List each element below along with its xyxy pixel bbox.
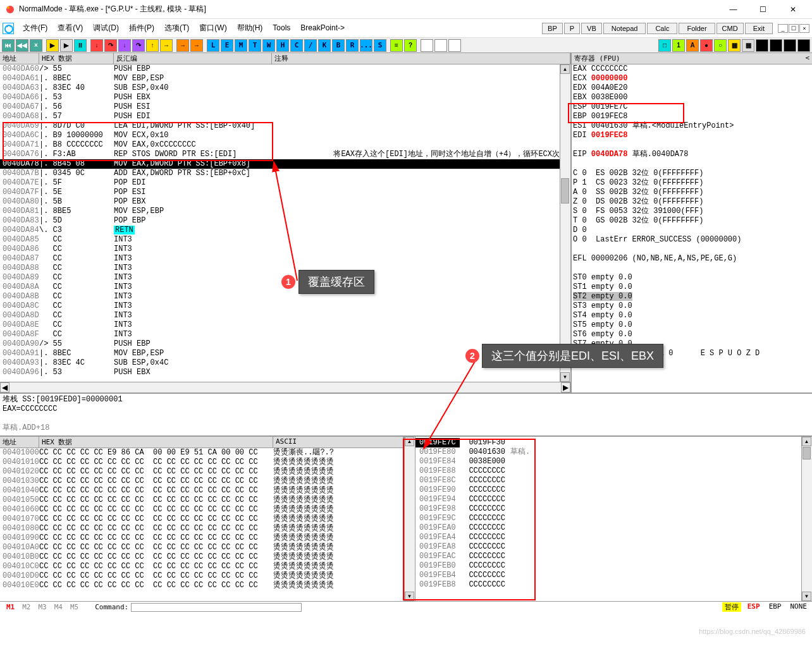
- menu-插件(P)[interactable]: 插件(P): [124, 21, 159, 34]
- tool-r3[interactable]: A: [686, 39, 699, 52]
- mdi-close[interactable]: ×: [799, 24, 809, 33]
- tool-opt1[interactable]: ≡: [390, 39, 403, 52]
- stack-row[interactable]: 0019FE7C 0019FF30: [415, 438, 801, 447]
- mdi-max[interactable]: ☐: [789, 24, 799, 33]
- reg-row[interactable]: ST6 empty 0.0: [573, 330, 811, 339]
- status-M3[interactable]: M3: [35, 603, 51, 611]
- btn-VB[interactable]: VB: [581, 23, 602, 34]
- btn-Folder[interactable]: Folder: [679, 23, 715, 34]
- reg-row[interactable]: [573, 140, 811, 150]
- dump-row[interactable]: 00401080CC CC CC CC CC CC CC CC CC CC CC…: [0, 524, 403, 533]
- menu-文件(F)[interactable]: 文件(F): [18, 21, 52, 34]
- stack-row[interactable]: 0019FE90 CCCCCCCC: [415, 485, 801, 495]
- tool-rewind[interactable]: ⏮: [2, 39, 15, 52]
- reg-row[interactable]: ST1 empty 0.0: [573, 283, 811, 292]
- btn-CMD[interactable]: CMD: [717, 23, 744, 34]
- dump-row[interactable]: 00401090CC CC CC CC CC CC CC CC CC CC CC…: [0, 533, 403, 543]
- command-input[interactable]: [131, 603, 302, 612]
- reg-row[interactable]: [573, 245, 811, 254]
- reg-row[interactable]: T 0 GS 002B 32位 0(FFFFFFFF): [573, 216, 811, 226]
- reg-row[interactable]: D 0: [573, 226, 811, 235]
- tool-letter-R[interactable]: R: [346, 39, 359, 52]
- cpu-row[interactable]: 0040DA6C|. B9 10000000MOV ECX,0x10: [0, 131, 560, 140]
- status-M1[interactable]: M1: [3, 603, 18, 611]
- reg-row[interactable]: C 0 ES 002B 32位 0(FFFFFFFF): [573, 169, 811, 178]
- dump-row[interactable]: 004010C0CC CC CC CC CC CC CC CC CC CC CC…: [0, 562, 403, 571]
- restart-icon[interactable]: [3, 23, 14, 34]
- cpu-scroll-v[interactable]: ▲ ▼: [560, 64, 570, 382]
- cpu-row[interactable]: 0040DA8F CCINT3: [0, 330, 560, 339]
- tool-trace2[interactable]: ↷: [132, 39, 145, 52]
- dump-row[interactable]: 00401060CC CC CC CC CC CC CC CC CC CC CC…: [0, 505, 403, 514]
- cpu-row[interactable]: 0040DA66|. 53PUSH EBX: [0, 93, 560, 102]
- reg-row[interactable]: A 0 SS 002B 32位 0(FFFFFFFF): [573, 188, 811, 197]
- disassembly-pane[interactable]: 地址 HEX 数据 反汇编 注释 0040DA60/> 55PUSH EBP00…: [0, 53, 572, 392]
- cpu-row[interactable]: 0040DA84\. C3RETN: [0, 226, 560, 235]
- mdi-min[interactable]: _: [778, 24, 788, 33]
- dump-row[interactable]: 00401010CC CC CC CC CC CC CC CC CC CC CC…: [0, 458, 403, 467]
- tool-x3[interactable]: [448, 39, 461, 52]
- dump-row[interactable]: 004010B0CC CC CC CC CC CC CC CC CC CC CC…: [0, 552, 403, 562]
- stack-row[interactable]: 0019FE80 00401630草稿.: [415, 447, 801, 457]
- cpu-row[interactable]: 0040DA68|. 57PUSH EDI: [0, 112, 560, 121]
- tool-letter-C[interactable]: C: [290, 39, 303, 52]
- cpu-scroll-h[interactable]: ◀ ▶: [0, 382, 570, 392]
- stack-row[interactable]: 0019FE94 CCCCCCCC: [415, 495, 801, 504]
- status-M5[interactable]: M5: [66, 603, 82, 611]
- menu-帮助(H)[interactable]: 帮助(H): [232, 21, 268, 34]
- cpu-row[interactable]: 0040DA8A CCINT3: [0, 283, 560, 292]
- cpu-row[interactable]: 0040DA8E CCINT3: [0, 320, 560, 330]
- reg-row[interactable]: [573, 159, 811, 169]
- stack-row[interactable]: 0019FE98 CCCCCCCC: [415, 504, 801, 514]
- reg-row[interactable]: Z 0 DS 002B 32位 0(FFFFFFFF): [573, 197, 811, 207]
- tool-opt2[interactable]: ?: [404, 39, 417, 52]
- stack-row[interactable]: 0019FEA4 CCCCCCCC: [415, 533, 801, 542]
- stack-row[interactable]: 0019FEB4 CCCCCCCC: [415, 571, 801, 580]
- tool-letter-T[interactable]: T: [249, 39, 261, 52]
- stack-row[interactable]: 0019FE84 0038E000: [415, 457, 801, 466]
- btn-BP[interactable]: BP: [542, 23, 563, 34]
- cpu-row[interactable]: 0040DA88 CCINT3: [0, 264, 560, 273]
- stack-scroll[interactable]: ▲ ▼: [405, 437, 415, 601]
- tool-r5[interactable]: ○: [714, 39, 727, 52]
- btn-Exit[interactable]: Exit: [745, 23, 773, 34]
- cpu-row[interactable]: 0040DA63|. 83EC 40SUB ESP,0x40: [0, 83, 560, 93]
- stack-row[interactable]: 0019FE8C CCCCCCCC: [415, 476, 801, 485]
- dump-row[interactable]: 004010D0CC CC CC CC CC CC CC CC CC CC CC…: [0, 571, 403, 581]
- stack-row[interactable]: 0019FEA8 CCCCCCCC: [415, 542, 801, 552]
- reg-row[interactable]: ESP 0019FE7C: [573, 102, 811, 112]
- reg-row[interactable]: S 0 FS 0053 32位 391000(FFF): [573, 207, 811, 216]
- tool-goto[interactable]: →: [160, 39, 173, 52]
- tool-trace1[interactable]: ↓: [118, 39, 131, 52]
- tool-stepover[interactable]: ↷: [104, 39, 117, 52]
- menu-调试(D)[interactable]: 调试(D): [88, 21, 124, 34]
- cpu-row[interactable]: 0040DA69|. 8D7D C0LEA EDI,DWORD PTR SS:[…: [0, 121, 560, 131]
- tool-pause[interactable]: ⏸: [74, 39, 87, 52]
- cpu-row[interactable]: 0040DA81|. 8BE5MOV ESP,EBP: [0, 207, 560, 216]
- reg-row[interactable]: ST4 empty 0.0: [573, 311, 811, 320]
- cpu-row[interactable]: 0040DA71|. B8 CCCCCCCCMOV EAX,0xCCCCCCCC: [0, 140, 560, 150]
- reg-row[interactable]: EBX 0038E000: [573, 93, 811, 102]
- dump-row[interactable]: 00401030CC CC CC CC CC CC CC CC CC CC CC…: [0, 477, 403, 486]
- cpu-row[interactable]: 0040DA7E|. 5FPOP EDI: [0, 178, 560, 188]
- reg-row[interactable]: ST5 empty 0.0: [573, 320, 811, 330]
- tool-letter-B[interactable]: B: [332, 39, 345, 52]
- status-M4[interactable]: M4: [51, 603, 66, 611]
- tool-r11[interactable]: [797, 39, 810, 52]
- reg-row[interactable]: EIP 0040DA78 草稿.0040DA78: [573, 150, 811, 159]
- tool-letter-S[interactable]: S: [374, 39, 386, 52]
- tool-close[interactable]: ×: [30, 39, 42, 52]
- tool-letter-E[interactable]: E: [221, 39, 233, 52]
- reg-row[interactable]: EFL 00000206 (NO,NB,NE,A,NS,PE,GE,G): [573, 254, 811, 264]
- cpu-row[interactable]: 0040DA96|. 53PUSH EBX: [0, 368, 560, 377]
- stack-row[interactable]: 0019FEB0 CCCCCCCC: [415, 561, 801, 571]
- stack-row[interactable]: 0019FEA0 CCCCCCCC: [415, 523, 801, 533]
- cpu-row[interactable]: 0040DA67|. 56PUSH ESI: [0, 102, 560, 112]
- tool-r9[interactable]: [770, 39, 782, 52]
- tool-letter-...[interactable]: ...: [360, 39, 372, 52]
- cpu-row[interactable]: 0040DA7B|. 0345 0CADD EAX,DWORD PTR SS:[…: [0, 169, 560, 178]
- cpu-row[interactable]: 0040DA8B CCINT3: [0, 292, 560, 301]
- tool-letter-/[interactable]: /: [304, 39, 317, 52]
- reg-row[interactable]: P 1 CS 0023 32位 0(FFFFFFFF): [573, 178, 811, 188]
- cpu-row[interactable]: 0040DA80|. 5BPOP EBX: [0, 197, 560, 207]
